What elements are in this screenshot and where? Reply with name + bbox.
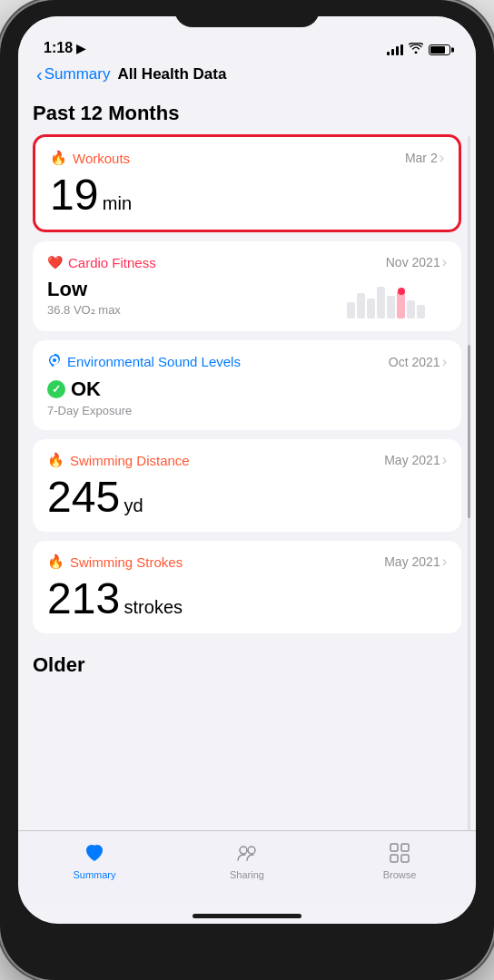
env-ok-status: OK xyxy=(71,377,101,401)
tab-sharing[interactable]: Sharing xyxy=(171,840,323,880)
swim-dist-title: Swimming Distance xyxy=(70,453,190,468)
section-older-title: Older xyxy=(33,642,461,684)
page-title: All Health Data xyxy=(117,65,226,83)
swim-dist-flame-icon: 🔥 xyxy=(47,452,64,468)
wifi-icon xyxy=(409,43,423,56)
workouts-title: Workouts xyxy=(73,151,130,166)
swimming-distance-card[interactable]: 🔥 Swimming Distance May 2021 › 245 yd xyxy=(33,439,461,532)
cardio-heart-icon: ❤️ xyxy=(47,255,63,270)
phone-frame: 1:18 ▶ xyxy=(0,0,494,980)
heart-tab-icon xyxy=(83,841,106,865)
tab-summary-label: Summary xyxy=(73,869,115,880)
cardio-chevron-icon: › xyxy=(442,254,447,270)
notch xyxy=(174,0,320,27)
env-chevron-icon: › xyxy=(442,354,447,370)
environmental-sound-card[interactable]: Environmental Sound Levels Oct 2021 › ✓ … xyxy=(33,340,461,430)
content-scroll[interactable]: Past 12 Months 🔥 Workouts Mar 2 › 19 min xyxy=(18,91,476,830)
cardio-chart xyxy=(347,278,447,318)
swim-dist-unit: yd xyxy=(124,495,143,515)
tab-browse-label: Browse xyxy=(383,869,417,880)
browse-tab-icon xyxy=(388,841,411,865)
workouts-card[interactable]: 🔥 Workouts Mar 2 › 19 min xyxy=(33,134,461,232)
cardio-title: Cardio Fitness xyxy=(68,255,156,270)
sharing-tab-icon xyxy=(235,841,259,865)
env-ear-icon xyxy=(47,353,62,370)
swim-str-chevron-icon: › xyxy=(442,554,447,570)
scroll-track xyxy=(468,136,470,830)
svg-point-0 xyxy=(53,358,56,362)
back-label: Summary xyxy=(44,65,111,83)
cardio-vo2-label: 36.8 VO₂ max xyxy=(47,303,347,317)
tab-sharing-label: Sharing xyxy=(230,869,264,880)
svg-rect-5 xyxy=(390,855,398,862)
back-button[interactable]: ‹ Summary xyxy=(36,65,110,83)
swim-dist-chevron-icon: › xyxy=(442,452,447,468)
cardio-fitness-card[interactable]: ❤️ Cardio Fitness Nov 2021 › Low 36.8 VO… xyxy=(33,241,461,331)
workouts-chevron-icon: › xyxy=(440,150,444,166)
env-date: Oct 2021 xyxy=(389,355,440,369)
tab-browse[interactable]: Browse xyxy=(323,840,476,880)
tab-summary[interactable]: Summary xyxy=(18,840,171,880)
section-past-12-months-title: Past 12 Months xyxy=(33,91,461,134)
svg-rect-6 xyxy=(401,855,409,862)
swim-str-value: 213 xyxy=(47,574,120,622)
nav-header: ‹ Summary All Health Data xyxy=(18,62,476,91)
screen: 1:18 ▶ xyxy=(18,16,476,924)
swim-str-date: May 2021 xyxy=(384,554,440,569)
status-time: 1:18 ▶ xyxy=(44,40,85,56)
swim-dist-value: 245 xyxy=(47,473,120,521)
location-icon: ▶ xyxy=(76,42,85,55)
cardio-status-label: Low xyxy=(47,278,347,301)
tab-bar: Summary Sharing xyxy=(18,830,476,906)
cardio-date: Nov 2021 xyxy=(386,255,440,270)
workouts-unit: min xyxy=(103,193,132,213)
workouts-date: Mar 2 xyxy=(405,151,438,165)
svg-point-1 xyxy=(240,847,247,854)
swim-dist-date: May 2021 xyxy=(384,453,440,467)
workouts-value: 19 xyxy=(50,171,98,219)
workouts-flame-icon: 🔥 xyxy=(50,150,67,166)
battery-icon xyxy=(429,44,450,55)
swim-str-title: Swimming Strokes xyxy=(70,554,183,570)
swim-str-flame-icon: 🔥 xyxy=(47,554,64,570)
swimming-strokes-card[interactable]: 🔥 Swimming Strokes May 2021 › 213 stroke… xyxy=(33,541,461,633)
swim-str-unit: strokes xyxy=(124,597,183,617)
back-chevron-icon: ‹ xyxy=(36,65,43,83)
home-indicator xyxy=(193,914,301,918)
env-title: Environmental Sound Levels xyxy=(67,354,241,369)
signal-bars xyxy=(387,44,403,55)
ok-checkmark-icon: ✓ xyxy=(47,380,65,398)
env-subtitle: 7-Day Exposure xyxy=(47,404,447,417)
status-icons xyxy=(387,43,450,56)
svg-rect-3 xyxy=(390,844,398,851)
cardio-chart-dot xyxy=(398,288,405,295)
svg-rect-4 xyxy=(401,844,409,851)
svg-point-2 xyxy=(248,847,255,854)
